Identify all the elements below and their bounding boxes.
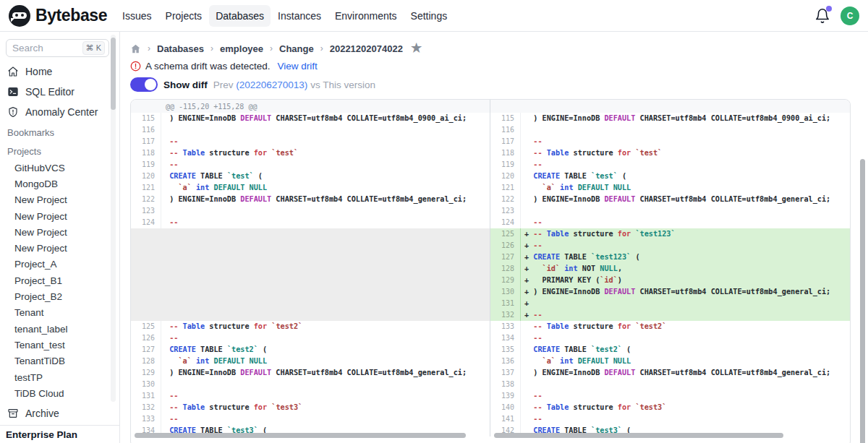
- breadcrumb-item[interactable]: 20221202074022: [330, 43, 403, 54]
- diff-line: 117 --: [131, 136, 490, 147]
- diff-line: 124 --: [131, 217, 490, 228]
- project-item[interactable]: MongoDB: [0, 176, 119, 192]
- diff-line: 118 -- Table structure for `test`: [490, 147, 850, 159]
- project-list: GitHubVCSMongoDBNew ProjectNew ProjectNe…: [0, 160, 119, 401]
- nav-item-instances[interactable]: Instances: [271, 5, 328, 27]
- show-diff-toggle[interactable]: [130, 77, 158, 92]
- diff-toolbar: Show diff Prev (202206270013) vs This ve…: [130, 77, 868, 93]
- project-item[interactable]: New Project: [0, 192, 119, 208]
- bytebase-logo[interactable]: Bytebase: [9, 5, 107, 27]
- diff-line: 129+ PRIMARY KEY (`id`): [490, 275, 850, 286]
- project-item[interactable]: Project_B2: [0, 288, 119, 304]
- breadcrumb-separator: ›: [320, 43, 323, 53]
- diff-line: 126 --: [131, 332, 490, 344]
- sidebar: Search ⌘ K HomeSQL EditorAnomaly Center …: [0, 32, 120, 443]
- project-item[interactable]: TenantTiDB: [0, 353, 119, 369]
- diff-line: 123: [490, 205, 850, 217]
- diff-line: 136 `a` int DEFAULT NULL: [490, 356, 850, 367]
- show-diff-label: Show diff: [163, 79, 208, 90]
- diff-right-hscrollbar[interactable]: [494, 433, 783, 438]
- diff-line: 121 `a` int DEFAULT NULL: [490, 182, 850, 194]
- diff-line: 130+ ) ENGINE=InnoDB DEFAULT CHARSET=utf…: [490, 286, 850, 298]
- project-item[interactable]: Tenant_test: [0, 337, 119, 353]
- diff-line: 133 --: [131, 413, 490, 425]
- diff-line: 140 -- Table structure for `test3`: [490, 402, 850, 413]
- alert-text: A schema drift was detected.: [145, 61, 271, 72]
- anomaly-center-icon: [7, 106, 19, 118]
- project-item[interactable]: testTP: [0, 369, 119, 385]
- schema-drift-alert: A schema drift was detected. View drift: [130, 59, 868, 72]
- breadcrumb-separator: ›: [210, 43, 213, 53]
- nav-item-projects[interactable]: Projects: [159, 5, 209, 27]
- prev-version-link[interactable]: (202206270013): [236, 79, 307, 90]
- bytebase-logo-icon: [9, 5, 30, 27]
- diff-line: 132+ --: [490, 309, 850, 321]
- diff-hunk-header: [490, 100, 850, 113]
- breadcrumb-separator: ›: [148, 43, 150, 53]
- project-item[interactable]: New Project: [0, 208, 119, 224]
- diff-hunk-header: @@ -115,20 +115,28 @@: [131, 100, 490, 113]
- brand-name: Bytebase: [35, 6, 107, 25]
- diff-line: 117 --: [490, 136, 850, 147]
- diff-line: 131+: [490, 298, 850, 309]
- bookmark-star-icon[interactable]: ★: [411, 43, 422, 53]
- page-scrollbar-thumb[interactable]: [860, 159, 865, 443]
- diff-line: 118 -- Table structure for `test`: [131, 147, 490, 159]
- project-item[interactable]: New Project: [0, 240, 119, 256]
- alert-icon: [130, 61, 141, 72]
- sidebar-item-sql-editor[interactable]: SQL Editor: [0, 82, 119, 102]
- diff-line: 127+ CREATE TABLE `test123` (: [490, 251, 850, 263]
- avatar[interactable]: C: [841, 7, 859, 25]
- project-item[interactable]: TiDB Cloud: [0, 385, 119, 401]
- diff-left-hscrollbar[interactable]: [135, 433, 466, 438]
- diff-pane-right: 115 ) ENGINE=InnoDB DEFAULT CHARSET=utf8…: [490, 100, 850, 436]
- sidebar-item-home[interactable]: Home: [0, 61, 119, 82]
- breadcrumb-item[interactable]: employee: [220, 43, 263, 54]
- archive-icon: [7, 408, 19, 419]
- project-item[interactable]: GitHubVCS: [0, 160, 119, 176]
- nav-item-settings[interactable]: Settings: [404, 5, 454, 27]
- notification-dot: [826, 6, 832, 12]
- sql-editor-icon: [7, 86, 19, 98]
- diff-line: 131 --: [131, 390, 490, 402]
- archive-label: Archive: [25, 408, 59, 419]
- project-item[interactable]: New Project: [0, 224, 119, 240]
- diff-line: 122 ) ENGINE=InnoDB DEFAULT CHARSET=utf8…: [490, 194, 850, 205]
- notification-bell-icon[interactable]: [814, 8, 830, 24]
- main-content: ›Databases›employee›Change›2022120207402…: [120, 32, 868, 443]
- project-item[interactable]: Project_A: [0, 257, 119, 272]
- project-item[interactable]: Project_B1: [0, 272, 119, 288]
- diff-line: 116: [131, 124, 490, 136]
- diff-versions: Prev (202206270013) vs This version: [213, 79, 375, 90]
- diff-line: 135 CREATE TABLE `test2` (: [490, 344, 850, 356]
- project-item[interactable]: Tenant: [0, 305, 119, 321]
- diff-line: 141 --: [490, 413, 850, 425]
- plan-label: Enterprise Plan: [0, 425, 119, 443]
- diff-gap: [131, 228, 490, 321]
- sidebar-item-anomaly-center[interactable]: Anomaly Center: [0, 102, 119, 122]
- diff-line: 139 --: [490, 390, 850, 402]
- diff-line: 132 -- Table structure for `test3`: [131, 402, 490, 413]
- diff-line: 125+ -- Table structure for `test123`: [490, 228, 850, 240]
- view-drift-link[interactable]: View drift: [278, 61, 318, 72]
- sidebar-item-archive[interactable]: Archive: [0, 403, 119, 424]
- diff-line: 129 ) ENGINE=InnoDB DEFAULT CHARSET=utf8…: [131, 367, 490, 379]
- breadcrumb-item[interactable]: Databases: [157, 43, 204, 54]
- home-icon[interactable]: [130, 43, 141, 54]
- sidebar-scrollbar-thumb[interactable]: [111, 38, 116, 110]
- sidebar-section-bookmarks: Bookmarks: [0, 125, 119, 139]
- diff-line: 120 CREATE TABLE `test` (: [490, 171, 850, 182]
- nav-item-environments[interactable]: Environments: [328, 5, 404, 27]
- diff-line: 137 ) ENGINE=InnoDB DEFAULT CHARSET=utf8…: [490, 367, 850, 379]
- search-input[interactable]: Search ⌘ K: [6, 39, 109, 57]
- sidebar-menu: HomeSQL EditorAnomaly Center: [0, 61, 119, 122]
- nav-item-databases[interactable]: Databases: [209, 5, 271, 27]
- breadcrumb: ›Databases›employee›Change›2022120207402…: [130, 42, 868, 55]
- diff-line: 116: [490, 124, 850, 136]
- breadcrumb-separator: ›: [270, 43, 273, 53]
- project-item[interactable]: tenant_label: [0, 321, 119, 337]
- diff-line: 115 ) ENGINE=InnoDB DEFAULT CHARSET=utf8…: [131, 113, 490, 124]
- diff-line: 119 --: [490, 159, 850, 171]
- breadcrumb-item[interactable]: Change: [279, 43, 314, 54]
- nav-item-issues[interactable]: Issues: [116, 5, 158, 27]
